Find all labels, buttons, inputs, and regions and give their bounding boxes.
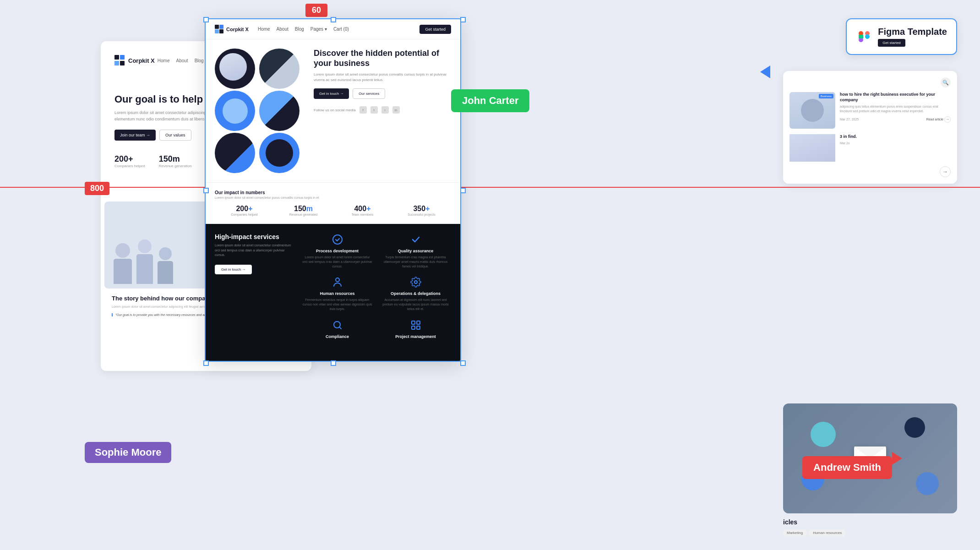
nav-home[interactable]: Home xyxy=(258,27,270,32)
articles-section: icles Marketing Human resources xyxy=(783,518,957,536)
nav-blog[interactable]: Blog xyxy=(295,27,304,32)
services-desc: Lorem ipsum dolor sit amet consectetur c… xyxy=(215,243,293,258)
right-blog-panel: 🔍 Business how to hire the right busines… xyxy=(783,71,957,184)
shape-blue-2 xyxy=(259,133,299,173)
blog-footer-1: Mar 27, 2025 Read article → xyxy=(840,116,951,123)
left-brand-name: Corpkit X xyxy=(128,57,155,64)
svg-point-0 xyxy=(333,235,342,244)
project-mgmt-icon xyxy=(409,319,422,332)
handle-top-left[interactable] xyxy=(203,17,209,22)
frame-nav-links: Home About Blog Pages ▾ Cart (0) xyxy=(258,27,420,32)
handle-top-mid[interactable] xyxy=(331,17,336,22)
handle-mid-left[interactable] xyxy=(203,188,209,193)
left-stat-2: 150m Revenue generation xyxy=(159,154,192,168)
shape-dark-1 xyxy=(215,49,255,89)
frame-brand: Corpkit X xyxy=(215,25,249,34)
main-frame: Corpkit X Home About Blog Pages ▾ Cart (… xyxy=(205,18,461,362)
impact-desc: Lorem ipsum dolor sit amet consectetur p… xyxy=(215,196,451,199)
teal-circle-deco xyxy=(811,422,836,447)
handle-top-right[interactable] xyxy=(460,17,466,22)
services-layout: High-impact services Lorem ipsum dolor s… xyxy=(215,233,451,341)
left-values-btn[interactable]: Our values xyxy=(159,130,191,141)
handle-mid-right[interactable] xyxy=(460,188,466,193)
services-get-in-touch-btn[interactable]: Get in touch → xyxy=(215,265,252,274)
process-icon xyxy=(331,233,344,246)
instagram-icon[interactable]: i xyxy=(381,106,389,114)
services-title: High-impact services xyxy=(215,233,293,240)
dark-circle-deco xyxy=(904,417,925,438)
person-1 xyxy=(114,243,132,284)
service-operations: Operations & delegations Accumsan at dig… xyxy=(380,276,451,311)
nav-cart[interactable]: Cart (0) xyxy=(333,27,349,32)
blog-card-1: Business how to hire the right business … xyxy=(789,92,951,129)
horizontal-guide-line xyxy=(0,187,980,188)
blog-date-2: Mar 2x xyxy=(840,142,857,145)
handle-bottom-mid[interactable] xyxy=(331,360,336,366)
get-in-touch-btn[interactable]: Get in touch → xyxy=(314,88,349,99)
service-process: Process development Lorem ipsum dolor si… xyxy=(302,233,373,268)
svg-point-1 xyxy=(336,278,339,282)
social-row: Follow us on social media f t i in xyxy=(314,106,451,114)
our-services-btn[interactable]: Our services xyxy=(353,88,385,99)
sophie-moore-badge: Sophie Moore xyxy=(85,442,171,463)
svg-rect-5 xyxy=(417,321,420,324)
blog-badge-1: Business xyxy=(819,94,833,98)
stat-projects: 350+ Successful projects xyxy=(392,205,451,216)
twitter-icon[interactable]: t xyxy=(370,106,378,114)
impact-title: Our impact in numbers xyxy=(215,190,451,195)
linkedin-icon[interactable]: in xyxy=(392,106,400,114)
stat-revenue: 150m Revenue generated xyxy=(274,205,333,216)
measurement-badge-800: 800 xyxy=(85,182,109,195)
left-brand-logo xyxy=(114,55,125,66)
svg-point-11 xyxy=(865,34,870,39)
frame-get-started-btn[interactable]: Get started xyxy=(419,25,451,34)
stat-companies: 200+ Companies helped xyxy=(215,205,274,216)
svg-point-2 xyxy=(414,281,417,283)
measurement-badge-60: 60 xyxy=(305,4,327,17)
figma-get-started[interactable]: Get started xyxy=(878,39,905,47)
figma-logo xyxy=(856,28,872,45)
blog-card-2: 3 in find. Mar 2x xyxy=(789,134,951,162)
nav-pages[interactable]: Pages ▾ xyxy=(310,27,327,32)
figma-template-box: Figma Template Get started xyxy=(846,18,957,55)
service-compliance: Compliance xyxy=(302,319,373,341)
shape-dark-3 xyxy=(215,133,255,173)
blog-content-1: how to hire the right business executive… xyxy=(840,92,951,129)
nav-about[interactable]: About xyxy=(277,27,289,32)
service-quality: Quality assurance Turpis fermentum cras … xyxy=(380,233,451,268)
search-icon[interactable]: 🔍 xyxy=(941,77,951,87)
svg-rect-7 xyxy=(417,326,420,329)
frame-services: High-impact services Lorem ipsum dolor s… xyxy=(206,224,460,362)
blog-desc-1: adipiscing quis tellus elementum purus e… xyxy=(840,104,951,114)
hero-content: Discover the hidden potential of your bu… xyxy=(314,49,451,173)
quality-icon xyxy=(409,233,422,246)
shape-light-blue xyxy=(259,91,299,131)
tag-marketing[interactable]: Marketing xyxy=(783,529,806,536)
panel-arrow-row: → xyxy=(789,166,951,177)
blog-title-2: 3 in find. xyxy=(840,134,857,140)
left-join-btn[interactable]: Join our team → xyxy=(114,130,156,141)
articles-tags: Marketing Human resources xyxy=(783,529,957,536)
hero-shapes-grid xyxy=(215,49,302,173)
tag-hr[interactable]: Human resources xyxy=(809,529,845,536)
john-carter-badge: John Carter xyxy=(451,89,529,112)
andrew-smith-badge: Andrew Smith xyxy=(802,456,892,479)
blue-circle-deco-2 xyxy=(916,472,939,495)
facebook-icon[interactable]: f xyxy=(359,106,367,114)
cursor-arrow-icon xyxy=(892,452,902,465)
handle-bottom-left[interactable] xyxy=(203,360,209,366)
blog-content-2: 3 in find. Mar 2x xyxy=(840,134,857,162)
services-left: High-impact services Lorem ipsum dolor s… xyxy=(215,233,293,341)
blog-date-1: Mar 27, 2025 xyxy=(840,118,859,121)
handle-bottom-right[interactable] xyxy=(460,360,466,366)
read-article-1[interactable]: Read article → xyxy=(926,116,951,123)
hr-icon xyxy=(331,276,344,289)
hero-buttons: Get in touch → Our services xyxy=(314,88,451,99)
figma-box-container: Figma Template Get started xyxy=(846,18,957,64)
stat-team: 400+ Team members xyxy=(333,205,392,216)
figma-title: Figma Template xyxy=(878,27,947,37)
panel-next-arrow[interactable]: → xyxy=(940,166,951,177)
figma-text-area: Figma Template Get started xyxy=(878,27,947,47)
hero-text: Lorem ipsum dolor sit amet consectetur p… xyxy=(314,72,451,83)
service-hr: Human resources Fermentum senectus neque… xyxy=(302,276,373,311)
